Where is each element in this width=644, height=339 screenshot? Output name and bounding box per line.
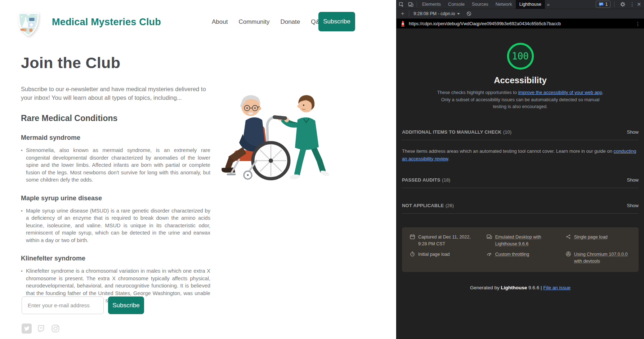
device-toolbar-icon[interactable]: [406, 0, 415, 9]
chevron-down-icon: [457, 13, 460, 15]
medical-mysteries-page: Medical Mysteries Club About Community D…: [0, 0, 396, 339]
category-description: These checks highlight opportunities to …: [434, 89, 607, 110]
stopwatch-icon: [410, 251, 415, 257]
page-title: Join the Club: [21, 54, 212, 72]
condition-title-klinefelter: Klinefelter syndrome: [21, 255, 212, 262]
nav-about[interactable]: About: [212, 18, 228, 26]
score-value: 100: [506, 42, 535, 70]
header-subscribe-button[interactable]: Subscribe: [318, 12, 355, 31]
calendar-icon: [410, 234, 415, 239]
newsletter-form: Subscribe: [22, 296, 144, 314]
report-environment-box: Captured at Dec 11, 2022, 9:28 PM CST In…: [402, 227, 639, 272]
devtools-close-icon[interactable]: ✕: [637, 2, 641, 7]
meta-emulation: Emulated Desktop with Lighthouse 9.6.6: [487, 234, 559, 247]
report-url: https://cdpn.io/pen/debug/VwdOaqp/ee0945…: [409, 21, 561, 26]
condition-title-msud: Maple syrup urine disease: [21, 195, 212, 202]
toolbar-divider: [417, 1, 417, 7]
category-title: Accessibility: [402, 75, 639, 85]
main-nav: About Community Donate Q&A: [212, 18, 324, 26]
club-shield-logo: [15, 9, 42, 37]
issues-count: 1: [605, 2, 608, 7]
report-options-icon[interactable]: ⋮: [635, 21, 640, 27]
emulation-icon: [487, 234, 492, 239]
nurse-wheelchair-illustration: [220, 86, 330, 188]
section-not-applicable: NOT APPLICABLE (26) Show: [402, 202, 639, 214]
devtools-tabbar: Elements Console Sources Network Lightho…: [397, 0, 644, 9]
meta-single-page: Single page load: [566, 234, 631, 247]
lighthouse-report: 100 Accessibility These checks highlight…: [397, 42, 644, 290]
condition-body-mermaid: Sirenomelia, also known as mermaid syndr…: [26, 147, 210, 184]
meta-captured: Captured at Dec 11, 2022, 9:28 PM CST: [410, 234, 480, 247]
report-footer: Generated by Lighthouse 9.6.6 | File an …: [402, 285, 639, 290]
page-content: Join the Club Subscribe to our e-newslet…: [21, 54, 212, 304]
issues-badge[interactable]: 1: [596, 1, 611, 8]
nav-community[interactable]: Community: [238, 18, 269, 26]
condition-body-msud: Maple syrup urine disease (MSUD) is a ra…: [26, 207, 210, 244]
email-input[interactable]: [22, 296, 104, 314]
lighthouse-brand: Lighthouse: [501, 285, 527, 290]
accessibility-score-gauge[interactable]: 100: [506, 42, 535, 70]
lighthouse-target-bar: + 9:28:08 PM - cdpn.io: [397, 9, 644, 19]
devtools-panel: Elements Console Sources Network Lightho…: [396, 0, 644, 339]
new-report-plus-icon[interactable]: +: [398, 9, 407, 18]
intro-text: Subscribe to our e-newsletter and have m…: [21, 85, 212, 102]
twitch-icon[interactable]: [36, 324, 46, 334]
chromium-icon: [566, 251, 571, 257]
nav-donate[interactable]: Donate: [280, 18, 300, 26]
twitter-icon[interactable]: [22, 324, 32, 334]
conditions-heading: Rare Medical Conditions: [21, 113, 212, 123]
show-not-applicable[interactable]: Show: [627, 203, 639, 208]
form-subscribe-button[interactable]: Subscribe: [108, 296, 144, 314]
section-passed-audits: PASSED AUDITS (18) Show: [402, 177, 639, 188]
issues-bubble-icon: [599, 2, 604, 7]
manual-checks-note: These items address areas which an autom…: [402, 147, 639, 162]
report-url-bar: https://cdpn.io/pen/debug/VwdOaqp/ee0945…: [397, 19, 644, 28]
devtools-menu-icon[interactable]: ⋮: [630, 2, 635, 7]
section-manual-checks: ADDITIONAL ITEMS TO MANUALLY CHECK (10) …: [402, 129, 639, 140]
meta-chromium: Using Chromium 107.0.0.0 with devtools: [566, 251, 631, 265]
tab-console[interactable]: Console: [444, 0, 468, 9]
inspect-element-icon[interactable]: [397, 0, 406, 9]
show-manual-checks[interactable]: Show: [627, 129, 639, 135]
settings-gear-icon[interactable]: [618, 0, 627, 9]
meta-throttling: Custom throttling: [487, 251, 559, 265]
clear-reports-icon[interactable]: [464, 9, 474, 18]
report-target-select[interactable]: 9:28:08 PM - cdpn.io: [413, 11, 455, 16]
throttling-icon: [487, 251, 492, 257]
tab-elements[interactable]: Elements: [419, 0, 444, 9]
tab-sources[interactable]: Sources: [468, 0, 492, 9]
condition-title-mermaid: Mermaid syndrome: [21, 134, 212, 142]
tab-lighthouse[interactable]: Lighthouse: [516, 0, 545, 9]
tab-network[interactable]: Network: [492, 0, 516, 9]
navigation-icon: [566, 234, 571, 239]
lighthouse-logo-icon: [400, 21, 406, 27]
improve-accessibility-link[interactable]: improve the accessibility of your web ap…: [518, 90, 602, 95]
instagram-icon[interactable]: [50, 324, 61, 334]
meta-initial-load: Initial page load: [410, 251, 480, 265]
site-header: Medical Mysteries Club About Community D…: [0, 0, 396, 43]
show-passed-audits[interactable]: Show: [627, 177, 639, 183]
social-links: [22, 324, 61, 334]
file-an-issue-link[interactable]: File an issue: [543, 285, 571, 290]
brand-title: Medical Mysteries Club: [52, 17, 161, 28]
more-tabs-icon[interactable]: »: [545, 2, 552, 7]
